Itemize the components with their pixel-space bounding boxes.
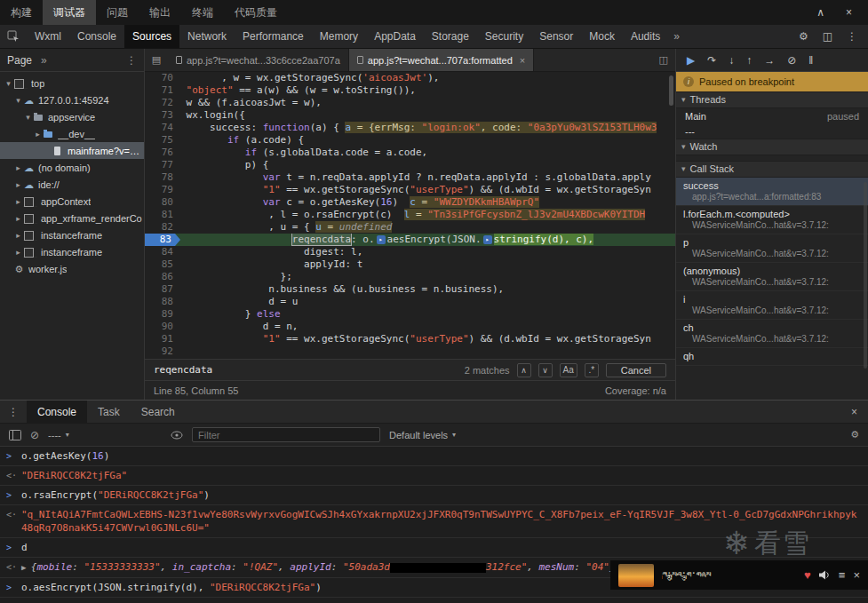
tree-twisty-icon[interactable]: ▸ xyxy=(13,231,23,240)
clear-console-icon[interactable]: ⊘ xyxy=(30,429,39,441)
tree-twisty-icon[interactable]: ▸ xyxy=(13,197,23,206)
titlebar-tab[interactable]: 输出 xyxy=(139,0,181,25)
console-tab-search[interactable]: Search xyxy=(131,401,186,424)
line-number[interactable]: 92 xyxy=(145,345,180,358)
call-stack-frame[interactable]: l.forEach.m.<computed>WAServiceMainCo...… xyxy=(676,206,868,234)
dock-side-icon[interactable]: ◫ xyxy=(823,30,832,43)
sidebar-overflow-icon[interactable]: » xyxy=(41,54,47,67)
search-previous-icon[interactable]: ∧ xyxy=(517,363,531,377)
devtools-tab-console[interactable]: Console xyxy=(69,25,124,48)
titlebar-tab[interactable]: 问题 xyxy=(96,0,139,25)
line-number[interactable]: 91 xyxy=(145,333,180,345)
line-number[interactable]: 84 xyxy=(145,246,180,258)
settings-gear-icon[interactable]: ⚙ xyxy=(799,30,808,43)
close-window-icon[interactable]: × xyxy=(846,6,852,19)
tree-item[interactable]: ▸appContext xyxy=(0,193,144,210)
devtools-tab-wxml[interactable]: Wxml xyxy=(27,25,69,48)
console-filter-input[interactable] xyxy=(192,427,380,442)
collapse-window-icon[interactable]: ∧ xyxy=(816,6,824,19)
tree-twisty-icon[interactable]: ▸ xyxy=(33,130,43,139)
console-tab-console[interactable]: Console xyxy=(27,401,87,424)
titlebar-tab[interactable]: 调试器 xyxy=(43,0,96,25)
line-number[interactable]: 73 xyxy=(145,109,180,122)
tree-twisty-icon[interactable]: ▾ xyxy=(4,79,13,88)
line-number[interactable]: 82 xyxy=(145,221,180,234)
deactivate-breakpoints-icon[interactable]: ⊘ xyxy=(787,54,796,67)
console-sidebar-icon[interactable] xyxy=(9,430,21,440)
line-number[interactable]: 78 xyxy=(145,171,180,184)
devtools-tab-memory[interactable]: Memory xyxy=(312,25,366,48)
drawer-menu-kebab-icon[interactable]: ⋮ xyxy=(0,406,27,418)
devtools-tab-sensor[interactable]: Sensor xyxy=(531,25,581,48)
line-number[interactable]: 77 xyxy=(145,159,180,171)
devtools-tab-performance[interactable]: Performance xyxy=(235,25,312,48)
heart-icon[interactable]: ♥ xyxy=(804,568,811,582)
line-number[interactable]: 87 xyxy=(145,283,180,296)
tree-item[interactable]: ▸☁(no domain) xyxy=(0,159,144,176)
titlebar-tab[interactable]: 构建 xyxy=(0,0,43,25)
line-number[interactable]: 79 xyxy=(145,184,180,196)
tree-item[interactable]: ▾top xyxy=(0,75,144,91)
call-stack-frame[interactable]: (anonymous)WAServiceMainCo...hat&v=3.7.1… xyxy=(676,263,868,291)
playlist-icon[interactable]: ≡ xyxy=(839,568,846,582)
panel-scrollbar-thumb[interactable] xyxy=(864,182,867,369)
tree-item[interactable]: mainframe?v=3.8. xyxy=(0,142,144,159)
call-stack-section-header[interactable]: ▾ Call Stack xyxy=(676,161,868,178)
tree-item[interactable]: ▾☁127.0.0.1:45924 xyxy=(0,91,144,108)
line-number[interactable]: 80 xyxy=(145,196,180,209)
regex-button[interactable]: .* xyxy=(585,363,599,377)
line-number[interactable]: 72 xyxy=(145,97,180,109)
line-number[interactable]: 81 xyxy=(145,209,180,221)
line-number[interactable]: 83 xyxy=(145,234,180,246)
line-number[interactable]: 74 xyxy=(145,122,180,134)
tree-item[interactable]: ▸instanceframe xyxy=(0,226,144,243)
tree-twisty-icon[interactable]: ▸ xyxy=(13,180,23,189)
step-over-icon[interactable]: ↷ xyxy=(707,54,716,67)
editor-tab[interactable]: app.js?t=wechat...33c6cce2aa707a xyxy=(168,49,349,71)
step-out-icon[interactable]: ↑ xyxy=(746,54,752,67)
tree-twisty-icon[interactable]: ▾ xyxy=(13,96,23,105)
tree-item[interactable]: ⚙worker.js xyxy=(0,260,144,277)
thread-item[interactable]: Mainpaused xyxy=(676,108,868,123)
line-number[interactable]: 76 xyxy=(145,147,180,159)
player-close-icon[interactable]: × xyxy=(853,568,860,582)
line-number[interactable]: 90 xyxy=(145,321,180,333)
search-next-icon[interactable]: ∨ xyxy=(538,363,553,377)
line-number[interactable]: 71 xyxy=(145,84,180,97)
tree-twisty-icon[interactable]: ▸ xyxy=(13,214,23,223)
player-thumbnail[interactable] xyxy=(618,564,654,587)
line-number[interactable]: 85 xyxy=(145,258,180,271)
more-options-kebab-icon[interactable]: ⋮ xyxy=(847,30,857,43)
devtools-tab-network[interactable]: Network xyxy=(179,25,235,48)
titlebar-tab[interactable]: 终端 xyxy=(181,0,224,25)
live-expression-eye-icon[interactable] xyxy=(171,431,183,440)
expand-object-icon[interactable]: ▶ xyxy=(21,563,31,572)
editor-tab[interactable]: app.js?t=wechat...707a:formatted× xyxy=(349,49,534,71)
context-selector-dropdown[interactable]: ---- ▾ xyxy=(48,430,162,440)
tree-twisty-icon[interactable]: ▸ xyxy=(13,248,23,257)
tree-twisty-icon[interactable]: ▸ xyxy=(13,163,23,172)
thread-item[interactable]: --- xyxy=(676,123,868,139)
more-tabs-icon[interactable]: » xyxy=(668,30,685,43)
step-into-icon[interactable]: ▸ xyxy=(483,235,492,244)
editor-dock-icon[interactable]: ◫ xyxy=(659,49,675,71)
tree-item[interactable]: ▾appservice xyxy=(0,108,144,125)
call-stack-frame[interactable]: chWAServiceMainCo...hat&v=3.7.12: xyxy=(676,320,868,348)
call-stack-frame[interactable]: successapp.js?t=wechat...a:formatted:83 xyxy=(676,178,868,206)
line-number[interactable]: 86 xyxy=(145,271,180,283)
titlebar-tab[interactable]: 代码质量 xyxy=(224,0,288,25)
line-number[interactable]: 88 xyxy=(145,296,180,308)
tree-item[interactable]: ▸__dev__ xyxy=(0,125,144,142)
search-cancel-button[interactable]: Cancel xyxy=(606,363,666,377)
call-stack-frame[interactable]: pWAServiceMainCo...hat&v=3.7.12: xyxy=(676,234,868,263)
pause-on-exceptions-icon[interactable]: ‖ xyxy=(808,54,813,67)
navigator-toggle-icon[interactable]: ▤ xyxy=(145,49,168,71)
call-stack-frame[interactable]: iWAServiceMainCo...hat&v=3.7.12: xyxy=(676,291,868,320)
inspect-element-icon[interactable] xyxy=(0,30,27,43)
console-tab-task[interactable]: Task xyxy=(87,401,131,424)
devtools-tab-mock[interactable]: Mock xyxy=(581,25,623,48)
step-into-icon[interactable]: ▸ xyxy=(377,235,386,244)
drawer-close-icon[interactable]: × xyxy=(851,406,868,418)
step-into-icon[interactable]: ↓ xyxy=(729,54,734,67)
devtools-tab-appdata[interactable]: AppData xyxy=(366,25,424,48)
